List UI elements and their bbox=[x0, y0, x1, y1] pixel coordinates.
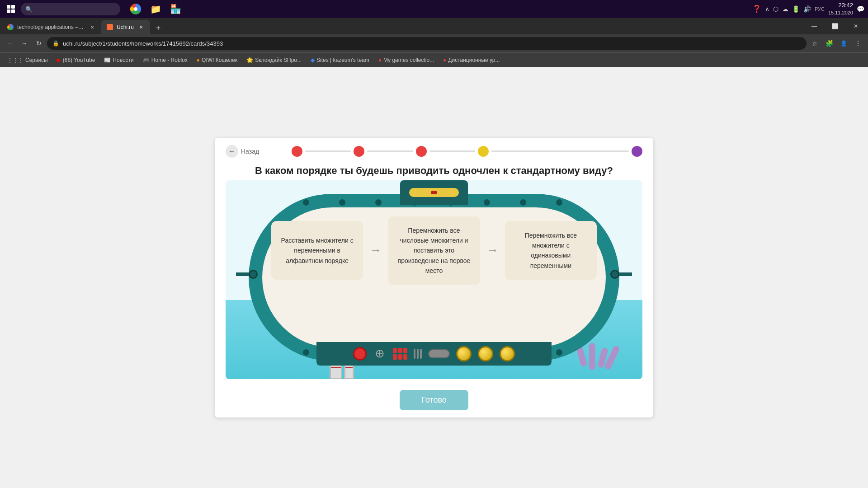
progress-dot-5 bbox=[632, 146, 642, 157]
porthole-1 bbox=[303, 199, 309, 206]
taskbar-app-chrome[interactable] bbox=[127, 0, 145, 18]
bookmark-news[interactable]: 📰 Новости bbox=[100, 56, 137, 64]
step-card-2: Перемножить все числовые множители и пос… bbox=[388, 216, 480, 285]
start-button[interactable] bbox=[4, 2, 18, 16]
bluetooth-icon: ⬡ bbox=[773, 5, 778, 13]
browser-window: technology applications – Googl... ✕ Uch… bbox=[0, 18, 868, 488]
submarine-body: Расставить множители с переменными в алф… bbox=[249, 194, 619, 361]
bookmark-label: My games collectio... bbox=[383, 57, 434, 63]
control-grid bbox=[393, 348, 407, 360]
step-card-3: Перемножить все множители с одинаковыми … bbox=[505, 221, 597, 280]
taskbar-chevron-icon[interactable]: ∧ bbox=[765, 5, 769, 13]
lang-display[interactable]: РУС bbox=[815, 6, 825, 12]
tab-close-uchi[interactable]: ✕ bbox=[137, 23, 145, 31]
notification-icon[interactable]: 💬 bbox=[857, 5, 864, 13]
back-arrow-icon: ← bbox=[226, 145, 238, 158]
forward-nav-button[interactable]: → bbox=[18, 37, 31, 50]
grid-cell bbox=[393, 354, 397, 360]
nav-bar: ← → ↻ 🔒 uchi.ru/subject/1/students/homew… bbox=[0, 34, 868, 52]
close-button[interactable]: ✕ bbox=[845, 18, 866, 34]
tab-title-google: technology applications – Googl... bbox=[17, 24, 85, 30]
progress-dot-4 bbox=[478, 146, 489, 157]
back-button[interactable]: ← Назад bbox=[226, 145, 259, 158]
url-bar[interactable]: 🔒 uchi.ru/subject/1/students/homeworks/1… bbox=[47, 37, 807, 50]
bookmark-klondike[interactable]: 🌟 Sклондайк SПро... bbox=[243, 56, 305, 64]
porthole-3 bbox=[375, 199, 382, 206]
new-tab-button[interactable]: + bbox=[152, 22, 165, 34]
taskbar-search[interactable]: 🔍 bbox=[21, 3, 120, 15]
progress-line-4 bbox=[491, 150, 629, 152]
left-bar bbox=[236, 272, 249, 276]
step-arrow-1: → bbox=[363, 243, 388, 258]
account-avatar[interactable]: 👤 bbox=[837, 37, 850, 50]
porthole-b1 bbox=[303, 349, 309, 356]
step-text-2: Перемножить все числовые множители и пос… bbox=[395, 225, 472, 276]
bookmark-services[interactable]: ⋮⋮⋮ Сервисы bbox=[4, 56, 52, 64]
porthole-7 bbox=[520, 199, 526, 206]
kazeum-favicon: ◆ bbox=[311, 57, 315, 63]
bookmark-label: Sites | kazeum's team bbox=[316, 57, 369, 63]
klondike-favicon: 🌟 bbox=[246, 57, 253, 63]
porthole-6 bbox=[484, 199, 490, 206]
battery-icon: 🔋 bbox=[792, 5, 800, 13]
bookmark-youtube[interactable]: ▶ (68) YouTube bbox=[53, 56, 99, 64]
bookmark-games[interactable]: ● My games collectio... bbox=[375, 56, 438, 64]
line-1 bbox=[414, 349, 415, 359]
back-nav-button[interactable]: ← bbox=[4, 37, 16, 50]
progress-line-2 bbox=[367, 150, 413, 152]
bookmark-label: (68) YouTube bbox=[63, 57, 95, 63]
taskbar-app-store[interactable]: 🏪 bbox=[166, 0, 184, 18]
right-connector bbox=[610, 270, 632, 279]
search-icon: 🔍 bbox=[25, 6, 33, 13]
bookmark-roblox[interactable]: 🎮 Home - Roblox bbox=[139, 56, 191, 64]
bookmark-label: Дистанционные ур... bbox=[448, 57, 500, 63]
handle-knob bbox=[431, 191, 437, 194]
distance-favicon: ● bbox=[443, 57, 446, 63]
maximize-button[interactable]: ⬜ bbox=[825, 18, 845, 34]
bookmark-label: Новости bbox=[113, 57, 133, 63]
tab-uchi[interactable]: Uchi.ru ✕ bbox=[101, 20, 150, 34]
submarine-scene: Расставить множители с переменными в алф… bbox=[226, 180, 642, 379]
uchi-favicon bbox=[107, 24, 113, 30]
grid-cell bbox=[403, 354, 407, 360]
control-pill bbox=[428, 349, 450, 358]
minimize-button[interactable]: — bbox=[804, 18, 825, 34]
progress-dot-3 bbox=[416, 146, 427, 157]
porthole-b8 bbox=[556, 349, 562, 356]
bookmark-star-button[interactable]: ☆ bbox=[808, 37, 821, 50]
tab-close-google[interactable]: ✕ bbox=[89, 23, 96, 31]
porthole-2 bbox=[339, 199, 345, 206]
grid-cell bbox=[398, 348, 402, 353]
menu-button[interactable]: ⋮ bbox=[852, 37, 864, 50]
reload-button[interactable]: ↻ bbox=[33, 37, 45, 50]
step-arrow-2: → bbox=[480, 243, 505, 258]
tab-google[interactable]: technology applications – Googl... ✕ bbox=[2, 20, 101, 34]
bookmark-distance[interactable]: ● Дистанционные ур... bbox=[439, 56, 503, 64]
taskbar-app-explorer[interactable]: 📁 bbox=[146, 0, 165, 18]
chrome-icon bbox=[130, 4, 141, 14]
control-knob-2 bbox=[478, 346, 493, 361]
lock-icon: 🔒 bbox=[52, 40, 59, 47]
time-block: 23:42 15.11.2020 bbox=[828, 1, 853, 17]
qiwi-favicon: ● bbox=[197, 57, 200, 63]
volume-icon: 🔊 bbox=[803, 5, 811, 13]
sub-top-panel bbox=[400, 180, 468, 205]
extensions-button[interactable]: 🧩 bbox=[823, 37, 835, 50]
grid-cell bbox=[393, 348, 397, 353]
ready-button[interactable]: Готово bbox=[400, 390, 468, 410]
progress-indicator bbox=[292, 146, 642, 157]
news-favicon: 📰 bbox=[104, 57, 111, 63]
progress-dot-1 bbox=[292, 146, 302, 157]
step-text-3: Перемножить все множители с одинаковыми … bbox=[512, 230, 590, 271]
question-title: В каком порядке ты будешь приводить одно… bbox=[215, 158, 653, 180]
roblox-favicon: 🎮 bbox=[143, 57, 150, 63]
back-label: Назад bbox=[241, 148, 259, 155]
bookmark-qiwi[interactable]: ● QIWI Кошелек bbox=[193, 56, 241, 64]
youtube-favicon: ▶ bbox=[57, 57, 61, 63]
bookmark-kazeum[interactable]: ◆ Sites | kazeum's team bbox=[307, 56, 373, 64]
grid-cell bbox=[403, 348, 407, 353]
url-text: uchi.ru/subject/1/students/homeworks/174… bbox=[63, 40, 801, 47]
grid-cell bbox=[398, 354, 402, 360]
page-content: ← Назад В каком порядке ты будешь привод… bbox=[0, 67, 868, 488]
taskbar: 🔍 📁 🏪 ❓ ∧ ⬡ ☁ 🔋 🔊 РУС 23:42 15.11.2020 💬 bbox=[0, 0, 868, 18]
